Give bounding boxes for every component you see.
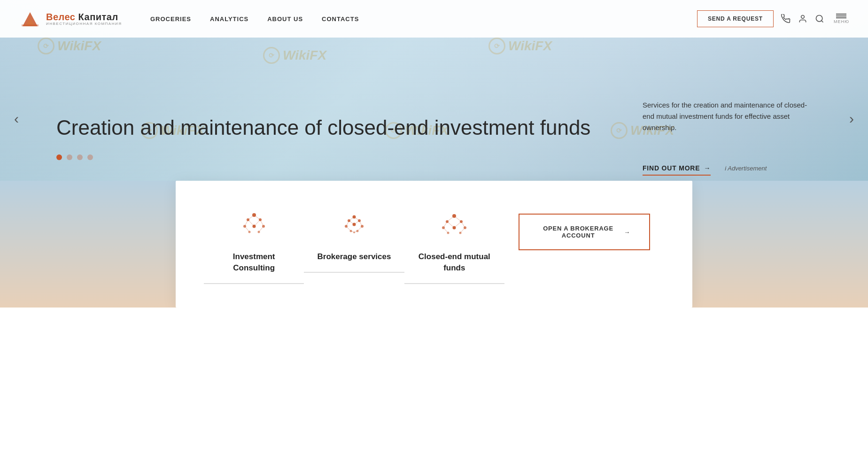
logo-kapital: Капитал bbox=[78, 12, 118, 22]
logo[interactable]: Велес Капитал ИНВЕСТИЦИОННАЯ КОМПАНИЯ bbox=[19, 8, 122, 30]
hero-next-button[interactable]: › bbox=[845, 106, 859, 131]
cards-section: Investment Consulting bbox=[176, 181, 692, 308]
closed-end-funds-icon bbox=[435, 204, 473, 242]
nav-groceries[interactable]: GROCERIES bbox=[150, 15, 191, 23]
svg-line-33 bbox=[349, 221, 354, 224]
phone-button[interactable] bbox=[781, 14, 790, 23]
dot-cluster-icon-3 bbox=[438, 207, 471, 239]
nav-contacts[interactable]: CONTACTS bbox=[322, 15, 359, 23]
svg-line-31 bbox=[354, 217, 359, 221]
hero-title: Creation and maintenance of closed-end i… bbox=[56, 115, 605, 140]
menu-line-1 bbox=[836, 14, 846, 15]
closed-end-funds-title: Closed-end mutual funds bbox=[414, 251, 495, 274]
closed-end-funds-card: Closed-end mutual funds bbox=[404, 204, 504, 284]
svg-point-3 bbox=[801, 15, 805, 19]
svg-line-16 bbox=[248, 220, 254, 226]
open-brokerage-account-button[interactable]: OPEN A BROKERAGE ACCOUNT → bbox=[519, 214, 650, 250]
logo-subtitle: ИНВЕСТИЦИОННАЯ КОМПАНИЯ bbox=[46, 22, 122, 26]
svg-line-48 bbox=[447, 216, 454, 222]
svg-line-51 bbox=[447, 222, 454, 228]
advertisement-text: i Advertisement bbox=[725, 165, 767, 172]
brokerage-services-icon bbox=[335, 204, 373, 242]
main-nav: GROCERIES ANALYTICS ABOUT US CONTACTS bbox=[150, 15, 697, 23]
investment-consulting-title: Investment Consulting bbox=[213, 251, 294, 274]
hero-actions: FIND OUT MORE → i Advertisement bbox=[643, 162, 812, 176]
hero-left: Creation and maintenance of closed-end i… bbox=[56, 115, 633, 160]
arrow-right-icon: → bbox=[704, 164, 711, 172]
nav-analytics[interactable]: ANALYTICS bbox=[210, 15, 248, 23]
svg-line-54 bbox=[443, 228, 448, 233]
svg-line-32 bbox=[346, 221, 349, 226]
svg-line-30 bbox=[349, 217, 354, 221]
hero-dot-4[interactable] bbox=[87, 154, 93, 160]
hero-dot-1[interactable] bbox=[56, 154, 62, 160]
hero-right: Services for the creation and maintenanc… bbox=[633, 100, 812, 176]
hero-prev-button[interactable]: ‹ bbox=[9, 106, 23, 131]
svg-line-15 bbox=[245, 220, 248, 226]
brokerage-services-title: Brokerage services bbox=[318, 251, 391, 262]
svg-line-17 bbox=[254, 220, 260, 226]
logo-text: Велес Капитал ИНВЕСТИЦИОННАЯ КОМПАНИЯ bbox=[46, 12, 122, 26]
menu-button[interactable]: МЕНЮ bbox=[834, 14, 849, 24]
open-account-label: OPEN A BROKERAGE ACCOUNT bbox=[538, 225, 618, 239]
search-icon bbox=[815, 14, 824, 23]
svg-rect-2 bbox=[22, 24, 39, 26]
svg-line-50 bbox=[443, 222, 447, 228]
phone-icon bbox=[781, 14, 790, 23]
menu-line-2 bbox=[836, 15, 846, 16]
svg-line-20 bbox=[259, 226, 264, 232]
investment-consulting-card: Investment Consulting bbox=[204, 204, 304, 284]
header: Велес Капитал ИНВЕСТИЦИОННАЯ КОМПАНИЯ GR… bbox=[0, 0, 868, 38]
svg-point-4 bbox=[816, 15, 822, 22]
find-out-more-label: FIND OUT MORE bbox=[643, 164, 700, 172]
search-button[interactable] bbox=[815, 14, 824, 23]
hero-dot-2[interactable] bbox=[67, 154, 72, 160]
svg-line-52 bbox=[454, 222, 461, 228]
hero-dot-3[interactable] bbox=[77, 154, 83, 160]
hero-description: Services for the creation and maintenanc… bbox=[643, 100, 812, 133]
svg-line-36 bbox=[346, 226, 351, 231]
menu-label: МЕНЮ bbox=[834, 19, 849, 24]
open-account-card: OPEN A BROKERAGE ACCOUNT → bbox=[504, 204, 664, 260]
dot-cluster-icon-2 bbox=[338, 207, 371, 239]
dot-cluster-icon-1 bbox=[238, 207, 271, 239]
hero-dots bbox=[56, 154, 605, 160]
svg-line-34 bbox=[354, 221, 359, 224]
svg-line-37 bbox=[357, 226, 362, 231]
investment-consulting-icon bbox=[235, 204, 273, 242]
nav-about-us[interactable]: ABOUT US bbox=[267, 15, 303, 23]
brokerage-services-card: Brokerage services bbox=[304, 204, 404, 273]
svg-line-35 bbox=[359, 221, 362, 226]
header-actions: SEND A REQUEST МЕНЮ bbox=[697, 10, 849, 27]
svg-line-49 bbox=[454, 216, 461, 222]
menu-line-3 bbox=[836, 17, 846, 18]
svg-line-19 bbox=[245, 226, 249, 232]
user-button[interactable] bbox=[798, 14, 807, 23]
user-icon bbox=[798, 14, 807, 23]
svg-line-14 bbox=[254, 215, 260, 220]
cards-section-wrapper: Investment Consulting bbox=[0, 181, 868, 308]
svg-line-53 bbox=[461, 222, 465, 228]
send-request-button[interactable]: SEND A REQUEST bbox=[697, 10, 774, 27]
svg-line-55 bbox=[460, 228, 465, 233]
svg-line-13 bbox=[248, 215, 254, 220]
find-out-more-button[interactable]: FIND OUT MORE → bbox=[643, 162, 711, 176]
logo-veles: Велес bbox=[46, 12, 76, 22]
svg-line-18 bbox=[260, 220, 264, 226]
open-account-arrow-icon: → bbox=[624, 229, 630, 236]
logo-icon bbox=[19, 8, 41, 30]
